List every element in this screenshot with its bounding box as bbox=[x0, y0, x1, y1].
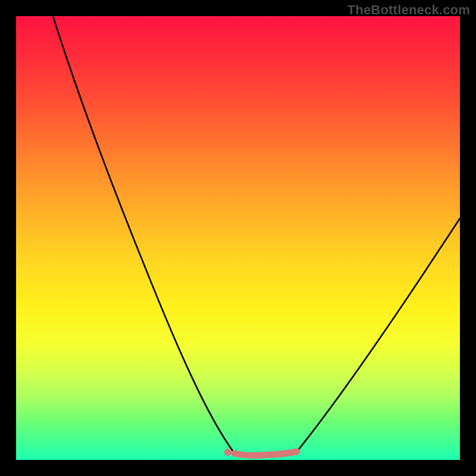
flat-start-dot bbox=[224, 449, 231, 456]
right-branch bbox=[297, 218, 460, 452]
watermark-text: TheBottleneck.com bbox=[347, 2, 470, 18]
chart-frame: TheBottleneck.com bbox=[0, 0, 476, 476]
flat-bottom-segment bbox=[234, 452, 297, 455]
left-branch bbox=[53, 16, 233, 452]
curve-layer bbox=[16, 16, 460, 460]
